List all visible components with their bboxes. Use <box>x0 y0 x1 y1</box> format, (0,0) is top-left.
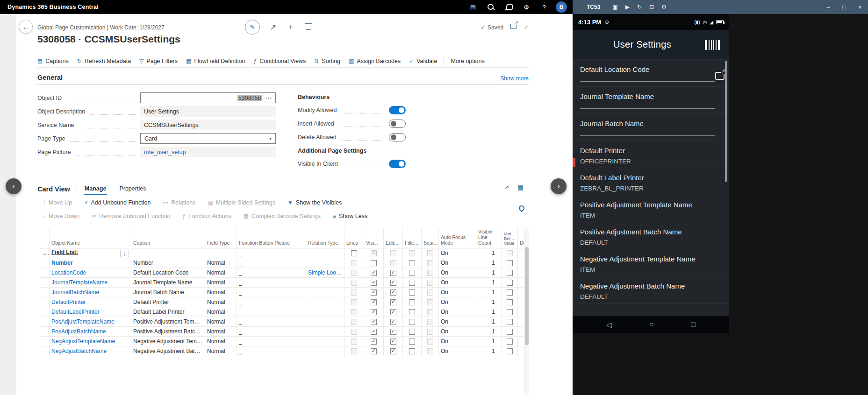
cell-relation-type[interactable] <box>306 288 344 297</box>
cell-caption[interactable] <box>131 248 205 258</box>
input-underline[interactable] <box>580 81 715 82</box>
search-icon[interactable] <box>482 0 500 14</box>
delete-allowed-toggle[interactable] <box>389 133 406 141</box>
field-link[interactable]: role_user_setup <box>144 149 186 155</box>
cell-function-button-picture[interactable]: _ <box>237 297 306 307</box>
cell-function-button-picture[interactable]: _ <box>237 268 306 278</box>
cell-function-button-picture[interactable]: _ <box>237 317 306 327</box>
table-row[interactable]: NumberNumberNormal_On1 <box>40 258 524 268</box>
insert-allowed-toggle[interactable] <box>389 120 406 128</box>
table-row[interactable]: PosAdjustTemplateNamePositive Adjustment… <box>40 317 524 327</box>
user-avatar[interactable]: B <box>556 1 567 13</box>
cell-relation-type[interactable] <box>306 248 344 258</box>
journal-batch-name-item[interactable]: Journal Batch Name <box>573 114 729 141</box>
cell-visible-line-count[interactable]: 1 <box>476 248 502 258</box>
general-section-heading[interactable]: General <box>37 74 63 81</box>
cell-object-name[interactable]: Number <box>50 258 131 268</box>
cell-object-name[interactable]: DefaultPrinter <box>50 297 131 307</box>
checkbox[interactable] <box>409 309 415 315</box>
checkbox[interactable] <box>409 339 415 345</box>
table-row[interactable]: DefaultLabelPrinterDefault Label Printer… <box>40 307 524 317</box>
row-selector-cell[interactable] <box>40 288 50 297</box>
column-de[interactable]: De <box>518 228 524 248</box>
cell-field-type[interactable]: Normal <box>205 288 237 297</box>
checkbox[interactable] <box>409 329 415 335</box>
object-name-link[interactable]: DefaultPrinter <box>51 299 86 305</box>
object-name-link[interactable]: LocationCode <box>51 269 86 276</box>
input-underline[interactable] <box>580 135 715 136</box>
column-object-name[interactable]: Object Name <box>50 228 131 248</box>
column-edit[interactable]: Edit... <box>384 228 403 248</box>
row-selector-cell[interactable]: → <box>40 248 50 258</box>
cell-field-type[interactable]: Normal <box>205 268 237 278</box>
object-name-link[interactable]: Field List: <box>51 249 78 255</box>
table-row[interactable]: PosAdjustBatchNamePositive Adjustment Ba… <box>40 327 524 337</box>
barcode-scan-icon[interactable] <box>705 40 720 50</box>
column-vari-def-value[interactable]: Vari... Def... Value <box>502 228 518 248</box>
cell-function-button-picture[interactable]: _ <box>237 346 306 356</box>
cell-field-type[interactable]: Normal <box>205 258 237 268</box>
checkbox[interactable] <box>409 280 415 286</box>
checkbox[interactable] <box>390 348 396 354</box>
row-selector-cell[interactable] <box>40 346 50 356</box>
cell-visible-line-count[interactable]: 1 <box>476 307 502 317</box>
action-validate[interactable]: ✓Validate <box>409 58 437 64</box>
column-sear[interactable]: Sear... <box>422 228 439 248</box>
checkbox[interactable] <box>409 260 415 266</box>
cell-visible-line-count[interactable]: 1 <box>476 297 502 307</box>
checkbox[interactable] <box>409 289 415 296</box>
cell-relation-type[interactable] <box>306 337 344 346</box>
help-icon[interactable]: ? <box>535 0 553 14</box>
cell-field-type[interactable] <box>205 248 237 258</box>
cell-relation-type[interactable] <box>306 278 344 288</box>
checkbox[interactable] <box>371 270 377 276</box>
popout-button[interactable] <box>510 23 516 30</box>
close-button[interactable]: × <box>852 0 868 14</box>
share-part-button[interactable]: ↗ <box>504 184 509 191</box>
cell-auto-focus-mode[interactable]: On <box>439 258 476 268</box>
checkbox[interactable] <box>371 348 377 354</box>
input-underline[interactable] <box>580 108 715 109</box>
cell-visible-line-count[interactable]: 1 <box>476 346 502 356</box>
positive-adjustment-template-name-item[interactable]: Positive Adjustment Template NameITEM <box>573 195 729 222</box>
cell-caption[interactable]: Number <box>131 258 205 268</box>
cell-caption[interactable]: Journal Template Name <box>131 278 205 288</box>
cell-caption[interactable]: Negative Adjustment Batch Name <box>131 346 205 356</box>
checkbox[interactable] <box>409 319 415 325</box>
column-visible-line-count[interactable]: Visible Line Count <box>476 228 502 248</box>
checkbox[interactable] <box>371 319 377 325</box>
show-less-button[interactable]: ≡Show Less <box>333 213 367 219</box>
column-auto-focus-mode[interactable]: Auto Focus Mode <box>439 228 476 248</box>
phone-scrollbar-thumb[interactable] <box>725 61 727 182</box>
minimize-button[interactable]: – <box>820 0 836 14</box>
cell-auto-focus-mode[interactable]: On <box>439 317 476 327</box>
cell-relation-type[interactable] <box>306 297 344 307</box>
checkbox[interactable] <box>390 319 396 325</box>
assist-edit-icon[interactable] <box>715 72 725 80</box>
journal-template-name-item[interactable]: Journal Template Name <box>573 87 729 114</box>
cell-object-name[interactable]: JournalBatchName <box>50 288 131 297</box>
cell-auto-focus-mode[interactable]: On <box>439 307 476 317</box>
cell-auto-focus-mode[interactable]: On <box>439 248 476 258</box>
cell-auto-focus-mode[interactable]: On <box>439 327 476 337</box>
object-name-link[interactable]: JournalBatchName <box>51 289 99 296</box>
cell-caption[interactable]: Default Location Code <box>131 268 205 278</box>
cell-visible-line-count[interactable]: 1 <box>476 317 502 327</box>
table-scrollbar[interactable] <box>524 228 529 395</box>
fullscreen-icon[interactable]: ⊡ <box>649 4 654 10</box>
positive-adjustment-batch-name-item[interactable]: Positive Adjustment Batch NameDEFAULT <box>573 222 729 249</box>
checkbox[interactable] <box>351 250 357 256</box>
action-assign-barcodes[interactable]: ▥Assign Barcodes <box>349 58 401 64</box>
cell-field-type[interactable]: Normal <box>205 346 237 356</box>
object-name-link[interactable]: PosAdjustTemplateName <box>51 318 115 325</box>
tab-manage[interactable]: Manage <box>84 183 108 195</box>
row-selector-cell[interactable] <box>40 268 50 278</box>
report-icon[interactable]: ▤ <box>464 0 482 14</box>
cell-function-button-picture[interactable]: _ <box>237 248 306 258</box>
checkbox[interactable] <box>507 270 513 276</box>
cell-relation-type[interactable] <box>306 317 344 327</box>
action-sorting[interactable]: ⇅Sorting <box>314 58 340 64</box>
cell-auto-focus-mode[interactable]: On <box>439 297 476 307</box>
checkbox[interactable] <box>371 280 377 286</box>
page-picture-field[interactable]: role_user_setup <box>140 147 276 157</box>
